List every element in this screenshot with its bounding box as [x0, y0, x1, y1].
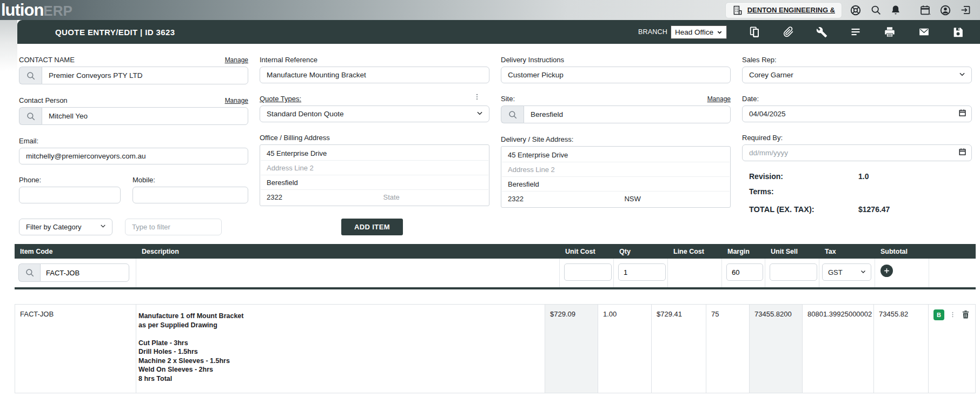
category-filter-value: Filter by Category — [26, 223, 82, 231]
company-selector[interactable]: DENTON ENGINEERING & — [725, 2, 842, 18]
help-button[interactable] — [849, 3, 863, 17]
quote-toolbar: BRANCH Head Office — [638, 25, 980, 39]
search-button[interactable] — [869, 3, 883, 17]
calendar-picker-icon[interactable] — [958, 109, 966, 119]
category-filter-select[interactable]: Filter by Category — [19, 219, 112, 235]
sales-rep-value: Corey Garner — [749, 71, 793, 79]
save-button[interactable] — [952, 27, 964, 38]
delivery-address-city[interactable]: Beresfield — [502, 177, 730, 192]
required-by-input[interactable] — [749, 149, 958, 157]
notifications-bell-icon — [890, 4, 901, 16]
contact-person-input[interactable] — [42, 107, 248, 125]
office-address-city[interactable]: Beresfield — [261, 175, 488, 190]
revision-row: Revision: 1.0 — [742, 172, 972, 181]
contact-name-search-button[interactable] — [19, 67, 42, 84]
quote-types-kebab-icon[interactable] — [473, 93, 481, 103]
manage-site-link[interactable]: Manage — [707, 95, 731, 103]
print-button[interactable] — [884, 26, 896, 38]
calendar-icon — [919, 4, 931, 16]
left-gutter — [0, 20, 17, 71]
calendar-button[interactable] — [918, 3, 932, 17]
site-search-button[interactable] — [501, 105, 524, 123]
delivery-address-line1[interactable]: 45 Enterprise Drive — [502, 148, 730, 162]
company-building-icon — [732, 5, 743, 16]
entry-margin-input[interactable] — [726, 263, 763, 281]
contact-column: CONTACT NAME Manage Contact Person Manag… — [19, 55, 248, 214]
top-app-bar: lutionERP DENTON ENGINEERING & — [0, 0, 980, 20]
contact-name-field — [19, 67, 248, 84]
email-field[interactable] — [19, 148, 248, 164]
item-actions-cell: B — [929, 305, 976, 393]
office-address-line2[interactable]: Address Line 2 — [261, 161, 488, 175]
quote-types-select[interactable]: Standard Denton Quote — [260, 105, 489, 122]
item-code-search-button[interactable] — [18, 263, 40, 282]
reference-column: Internal Reference Quote Types: Standard… — [260, 55, 489, 214]
quote-header-bar: QUOTE ENTRY/EDIT | ID 3623 BRANCH Head O… — [17, 20, 980, 44]
delivery-address-postcode-state[interactable]: 2322 NSW — [502, 192, 730, 206]
manage-contact-name-link[interactable]: Manage — [225, 56, 248, 64]
sales-rep-select[interactable]: Corey Garner — [742, 67, 972, 83]
total-value: $1276.47 — [858, 205, 890, 214]
delivery-instructions-input[interactable] — [501, 67, 731, 83]
menu-button[interactable] — [850, 27, 862, 37]
delete-row-button[interactable] — [961, 309, 970, 321]
quote-types-label[interactable]: Quote Types: — [260, 95, 301, 103]
item-row[interactable]: FACT-JOB Manufacture 1 off Mount Bracket… — [15, 304, 976, 393]
add-line-button[interactable] — [880, 265, 893, 277]
contact-person-search-button[interactable] — [19, 107, 42, 125]
search-icon — [870, 4, 882, 16]
branch-select[interactable]: Head Office — [671, 25, 727, 39]
delivery-address-label: Delivery / Site Address: — [501, 135, 573, 143]
badge-b-button[interactable]: B — [933, 309, 944, 320]
logout-button[interactable] — [959, 3, 972, 17]
account-button[interactable] — [938, 3, 952, 17]
entry-unit-sell-input[interactable] — [770, 263, 817, 281]
copy-icon — [749, 26, 761, 38]
entry-unit-cost-input[interactable] — [564, 263, 612, 281]
entry-tax-select[interactable]: GST — [822, 263, 871, 281]
item-margin-cell: 75 — [706, 305, 750, 393]
search-icon — [508, 110, 518, 120]
phone-field[interactable] — [19, 187, 121, 203]
internal-reference-input[interactable] — [260, 67, 489, 83]
delivery-address-box: 45 Enterprise Drive Address Line 2 Beres… — [501, 146, 731, 208]
col-unit-cost: Unit Cost — [560, 248, 614, 255]
manage-contact-person-link[interactable]: Manage — [225, 97, 248, 104]
company-name: DENTON ENGINEERING & — [747, 6, 835, 14]
notifications-button[interactable] — [889, 3, 902, 17]
site-label: Site: — [501, 95, 515, 103]
office-state-placeholder: State — [383, 193, 482, 201]
delivery-address-line2[interactable]: Address Line 2 — [502, 162, 730, 177]
page-title: QUOTE ENTRY/EDIT | ID 3623 — [55, 28, 175, 37]
text-filter-input[interactable] — [125, 219, 222, 235]
item-code-input[interactable] — [40, 263, 129, 282]
topbar-actions: DENTON ENGINEERING & — [725, 2, 980, 18]
col-subtotal: Subtotal — [875, 248, 929, 255]
col-item-code: Item Code — [15, 248, 136, 255]
add-item-button[interactable]: ADD ITEM — [341, 219, 403, 235]
logo-text-sub: ERP — [43, 3, 72, 19]
contact-person-field — [19, 107, 248, 125]
contact-person-label: Contact Person — [19, 96, 68, 104]
attachment-button[interactable] — [783, 26, 794, 38]
row-kebab-icon[interactable] — [949, 311, 956, 320]
mobile-field[interactable] — [133, 187, 248, 203]
email-button[interactable] — [918, 27, 930, 37]
calendar-picker-icon[interactable] — [958, 148, 966, 158]
chevron-down-icon — [958, 70, 966, 78]
items-table-header: Item Code Description Unit Cost Qty Line… — [15, 244, 976, 259]
search-icon — [26, 111, 36, 121]
copy-button[interactable] — [749, 26, 761, 38]
total-label: TOTAL (EX. TAX): — [749, 205, 858, 214]
app-logo[interactable]: lutionERP — [1, 2, 72, 18]
site-input[interactable] — [524, 105, 731, 123]
entry-qty-input[interactable] — [618, 263, 666, 281]
office-address-line1[interactable]: 45 Enterprise Drive — [261, 146, 488, 161]
col-unit-sell: Unit Sell — [765, 248, 819, 255]
office-address-postcode-state[interactable]: 2322 State — [261, 190, 488, 205]
contact-name-input[interactable] — [42, 67, 248, 84]
office-address-box: 45 Enterprise Drive Address Line 2 Beres… — [260, 144, 489, 206]
tools-button[interactable] — [816, 27, 827, 38]
item-code-field — [18, 263, 129, 282]
date-input[interactable] — [749, 110, 958, 118]
